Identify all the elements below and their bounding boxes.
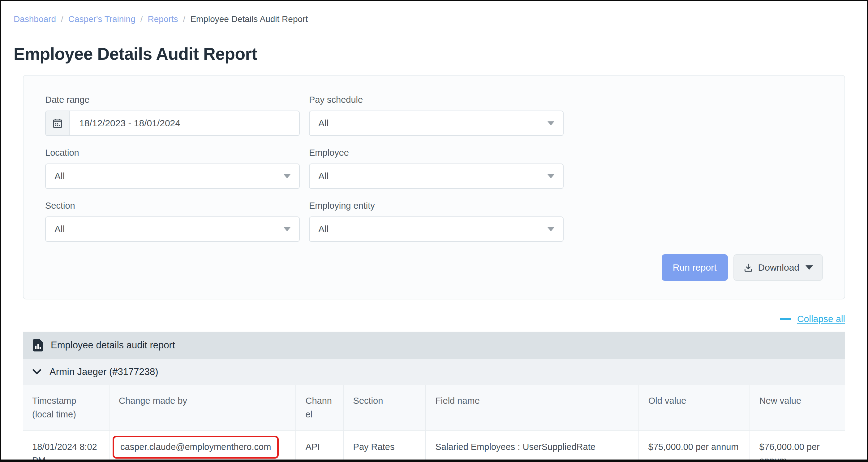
cell-field-name: Salaried Employees : UserSuppliedRate [426,431,639,462]
breadcrumb-current: Employee Details Audit Report [190,14,308,24]
report-document-icon [33,339,43,351]
chevron-down-icon [284,174,290,178]
audit-table: Timestamp (local time) Change made by Ch… [23,385,845,462]
breadcrumb: Dashboard / Casper's Training / Reports … [1,1,867,35]
section-value: All [55,224,65,234]
column-header-old-value: Old value [639,385,750,431]
chevron-down-icon [284,227,290,231]
chevron-down-icon [548,174,554,178]
breadcrumb-link-business[interactable]: Casper's Training [68,14,135,24]
employing-entity-value: All [318,224,329,234]
date-range-label: Date range [45,95,300,105]
column-header-change-made-by: Change made by [109,385,296,431]
employee-field: Employee All [309,148,564,189]
column-header-timestamp: Timestamp (local time) [23,385,109,431]
annotation-red-box: casper.claude@employmenthero.com [113,436,279,459]
date-range-input[interactable]: 18/12/2023 - 18/01/2024 [45,111,300,136]
location-select[interactable]: All [45,164,300,189]
location-label: Location [45,148,300,158]
employing-entity-field: Employing entity All [309,201,564,242]
download-button-label: Download [758,262,799,273]
cell-new-value: $76,000.00 per annum [750,431,845,462]
breadcrumb-separator: / [141,14,143,24]
report-block: Employee details audit report Armin Jaeg… [23,331,845,462]
employing-entity-label: Employing entity [309,201,564,211]
cell-old-value: $75,000.00 per annum [639,431,750,462]
chevron-down-icon [32,369,41,375]
location-field: Location All [45,148,300,189]
cell-channel: API [296,431,343,462]
chevron-down-icon [806,265,813,270]
employee-value: All [318,171,329,181]
minus-icon[interactable] [780,318,791,320]
collapse-all-link[interactable]: Collapse all [797,314,845,324]
report-header-bar: Employee details audit report [23,331,845,359]
cell-change-made-by: casper.claude@employmenthero.com [109,431,296,462]
download-icon [743,263,753,272]
section-field: Section All [45,201,300,242]
section-label: Section [45,201,300,211]
date-range-value: 18/12/2023 - 18/01/2024 [70,118,180,128]
location-value: All [55,171,65,181]
chevron-down-icon [548,227,554,231]
breadcrumb-link-reports[interactable]: Reports [148,14,178,24]
panel-actions: Run report Download [45,254,823,281]
collapse-all-row: Collapse all [23,314,845,324]
report-header-title: Employee details audit report [51,340,175,351]
pay-schedule-field: Pay schedule All [309,95,564,136]
pay-schedule-label: Pay schedule [309,95,564,105]
employing-entity-select[interactable]: All [309,216,564,242]
pay-schedule-select[interactable]: All [309,111,564,136]
filter-panel: Date range [23,75,845,299]
employee-label: Employee [309,148,564,158]
breadcrumb-link-dashboard[interactable]: Dashboard [13,14,56,24]
calendar-icon-addon[interactable] [46,111,70,135]
download-button[interactable]: Download [734,254,823,281]
section-select[interactable]: All [45,216,300,242]
calendar-icon [52,118,63,129]
cell-timestamp: 18/01/2024 8:02 PM [23,431,109,462]
pay-schedule-value: All [318,118,329,128]
employee-group-toggle[interactable]: Armin Jaeger (#3177238) [23,359,845,385]
column-header-new-value: New value [750,385,845,431]
column-header-field-name: Field name [426,385,639,431]
breadcrumb-separator: / [61,14,63,24]
run-report-button[interactable]: Run report [662,254,728,281]
chevron-down-icon [548,121,554,125]
date-range-field: Date range [45,95,300,136]
cell-section: Pay Rates [344,431,426,462]
column-header-section: Section [344,385,426,431]
page-title: Employee Details Audit Report [13,44,855,64]
change-made-by-value: casper.claude@employmenthero.com [120,442,271,452]
breadcrumb-separator: / [183,14,186,24]
employee-select[interactable]: All [309,164,564,189]
table-header-row: Timestamp (local time) Change made by Ch… [23,385,845,431]
table-row: 18/01/2024 8:02 PM casper.claude@employm… [23,431,845,462]
employee-group-label: Armin Jaeger (#3177238) [50,366,158,377]
column-header-channel: Channel [296,385,343,431]
